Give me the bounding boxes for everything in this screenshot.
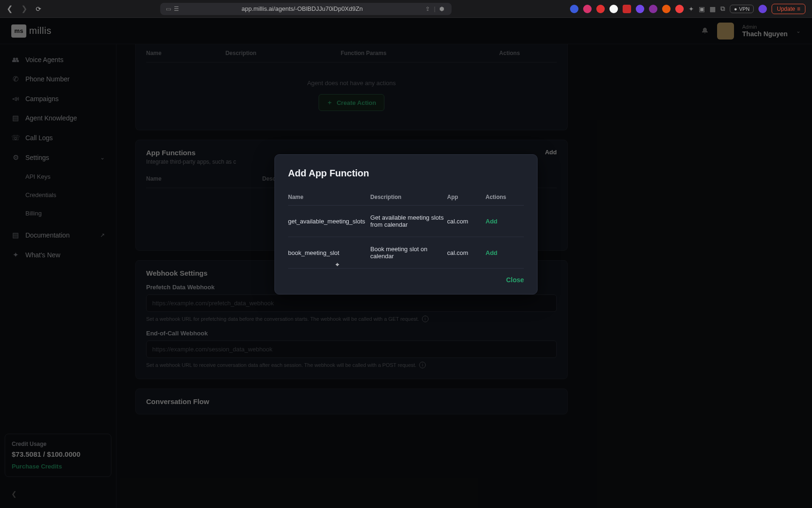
ext-icon[interactable] bbox=[583, 5, 592, 13]
copy-icon[interactable]: ⧉ bbox=[720, 5, 725, 13]
sidebar: 👥︎ Voice Agents ✆ Phone Number 📣︎ Campai… bbox=[0, 44, 117, 508]
external-link-icon: ↗ bbox=[100, 232, 105, 238]
ext-icon[interactable] bbox=[649, 5, 657, 13]
url-text: app.millis.ai/agents/-OBlBDJJu70iDp0Xd9Z… bbox=[184, 5, 421, 12]
doc-icon: ▤ bbox=[11, 231, 20, 239]
purchase-credits-link[interactable]: Purchase Credits bbox=[12, 463, 104, 470]
modal-fn-app: cal.com bbox=[447, 249, 486, 256]
call-logs-icon: ☏ bbox=[11, 134, 20, 142]
sidebar-item-agent-knowledge[interactable]: ▤ Agent Knowledge bbox=[5, 109, 111, 127]
app-functions-add-button[interactable]: Add bbox=[545, 149, 557, 156]
modal-col-name: Name bbox=[288, 194, 370, 200]
ext-icon[interactable] bbox=[623, 5, 631, 13]
sidebar-item-label: Credentials bbox=[25, 191, 56, 198]
puzzle-icon[interactable]: ✦ bbox=[688, 5, 694, 13]
credit-title: Credit Usage bbox=[12, 441, 104, 447]
credit-usage-box: Credit Usage $73.5081 / $100.0000 Purcha… bbox=[5, 434, 111, 477]
user-menu[interactable]: Admin Thach Nguyen bbox=[742, 24, 788, 38]
sidebar-item-whats-new[interactable]: ✦ What's New bbox=[5, 246, 111, 264]
sidebar-item-credentials[interactable]: Credentials bbox=[5, 187, 111, 203]
sidebar-collapse-icon[interactable]: ❮ bbox=[5, 486, 111, 501]
sparkle-icon: ✦ bbox=[11, 251, 20, 259]
actions-empty-state: Agent does not have any actions bbox=[146, 63, 557, 94]
sidebar-item-label: Agent Knowledge bbox=[25, 114, 77, 122]
col-actions: Actions bbox=[499, 50, 557, 56]
vpn-button[interactable]: ● VPN bbox=[730, 5, 754, 13]
modal-fn-description: Book meeting slot on calendar bbox=[370, 246, 447, 260]
chevron-down-icon[interactable]: ⌄ bbox=[796, 28, 801, 34]
sidebar-item-label: Billing bbox=[25, 210, 42, 217]
create-action-button[interactable]: ＋ Create Action bbox=[319, 94, 384, 111]
logo-text: millis bbox=[29, 25, 51, 36]
modal-fn-app: cal.com bbox=[447, 218, 486, 225]
nav-forward-icon[interactable]: ❯ bbox=[21, 4, 27, 13]
logo-badge: ms bbox=[11, 24, 26, 38]
sidebar-item-campaigns[interactable]: 📣︎ Campaigns bbox=[5, 90, 111, 107]
panel-icon[interactable]: ▣ bbox=[699, 5, 705, 13]
nav-back-icon[interactable]: ❮ bbox=[7, 4, 13, 13]
conversation-flow-title: Conversation Flow bbox=[136, 389, 567, 414]
sidebar-item-phone-number[interactable]: ✆ Phone Number bbox=[5, 70, 111, 88]
prefetch-webhook-hint: Set a webhook URL for prefetching data b… bbox=[146, 316, 419, 322]
modal-fn-name: book_meeting_slot bbox=[288, 249, 370, 256]
info-icon[interactable]: i bbox=[422, 316, 429, 322]
avatar[interactable] bbox=[717, 23, 734, 40]
modal-fn-name: get_available_meeting_slots bbox=[288, 218, 370, 225]
modal-close-button[interactable]: Close bbox=[506, 276, 524, 284]
notifications-icon[interactable]: 🔔︎ bbox=[701, 27, 709, 35]
chevron-down-icon: ⌄ bbox=[100, 154, 105, 161]
add-app-function-modal: Add App Function Name Description App Ac… bbox=[274, 154, 538, 294]
app-topbar: ms millis 🔔︎ Admin Thach Nguyen ⌄ bbox=[0, 18, 812, 44]
col-name: Name bbox=[146, 175, 262, 182]
col-params: Function Params bbox=[341, 50, 499, 56]
sidebar-item-settings[interactable]: ⚙ Settings ⌄ bbox=[5, 149, 111, 167]
col-name: Name bbox=[146, 50, 226, 56]
ext-icon[interactable] bbox=[609, 5, 618, 13]
address-bar[interactable]: ▭ ☰ app.millis.ai/agents/-OBlBDJJu70iDp0… bbox=[160, 3, 452, 15]
modal-add-button[interactable]: Add bbox=[485, 218, 524, 225]
tabs-icon[interactable]: ▦ bbox=[710, 5, 716, 13]
reader-mode-icon[interactable]: ▭ bbox=[166, 6, 171, 12]
modal-add-button[interactable]: Add bbox=[485, 249, 524, 256]
update-button[interactable]: Update ≡ bbox=[772, 4, 805, 14]
conversation-flow-panel: Conversation Flow bbox=[135, 389, 568, 414]
modal-row: get_available_meeting_slots Get availabl… bbox=[288, 206, 524, 237]
sidebar-item-label: Call Logs bbox=[25, 134, 53, 142]
sidebar-item-call-logs[interactable]: ☏ Call Logs bbox=[5, 129, 111, 147]
ext-icon[interactable] bbox=[758, 5, 767, 13]
end-of-call-webhook-input[interactable] bbox=[146, 341, 557, 358]
sidebar-item-label: Campaigns bbox=[25, 95, 59, 103]
ext-icon[interactable] bbox=[570, 5, 578, 13]
modal-table-header: Name Description App Actions bbox=[288, 189, 524, 206]
ext-icon[interactable] bbox=[596, 5, 605, 13]
sidebar-item-label: Phone Number bbox=[25, 75, 70, 83]
actions-table-header: Name Description Function Params Actions bbox=[146, 44, 557, 63]
sidebar-item-label: API Keys bbox=[25, 173, 50, 180]
sidebar-item-billing[interactable]: Billing bbox=[5, 205, 111, 222]
modal-title: Add App Function bbox=[288, 168, 524, 179]
col-description: Description bbox=[226, 50, 341, 56]
ext-icon[interactable] bbox=[675, 5, 684, 13]
logo[interactable]: ms millis bbox=[11, 24, 51, 38]
share-icon[interactable]: ⇪ bbox=[425, 6, 430, 12]
site-settings-icon[interactable]: ☰ bbox=[174, 6, 179, 12]
end-of-call-webhook-label: End-of-Call Webhook bbox=[146, 330, 557, 337]
shield-icon[interactable]: ⬢ bbox=[439, 6, 444, 12]
browser-extensions: ✦ ▣ ▦ ⧉ ● VPN Update ≡ bbox=[570, 4, 805, 14]
modal-fn-description: Get available meeting slots from calenda… bbox=[370, 214, 447, 228]
modal-row: book_meeting_slot Book meeting slot on c… bbox=[288, 237, 524, 269]
app-functions-title: App Functions bbox=[146, 149, 236, 157]
ext-icon[interactable] bbox=[636, 5, 644, 13]
knowledge-icon: ▤ bbox=[11, 114, 20, 122]
ext-icon[interactable] bbox=[662, 5, 671, 13]
info-icon[interactable]: i bbox=[419, 362, 426, 368]
sidebar-item-voice-agents[interactable]: 👥︎ Voice Agents bbox=[5, 51, 111, 68]
prefetch-webhook-input[interactable] bbox=[146, 294, 557, 312]
sidebar-item-label: Documentation bbox=[25, 231, 70, 239]
settings-icon: ⚙ bbox=[11, 153, 20, 162]
reload-icon[interactable]: ⟳ bbox=[36, 5, 41, 13]
sidebar-item-api-keys[interactable]: API Keys bbox=[5, 168, 111, 185]
plus-icon: ＋ bbox=[327, 98, 333, 107]
sidebar-item-documentation[interactable]: ▤ Documentation ↗ bbox=[5, 226, 111, 244]
create-action-label: Create Action bbox=[336, 99, 376, 106]
